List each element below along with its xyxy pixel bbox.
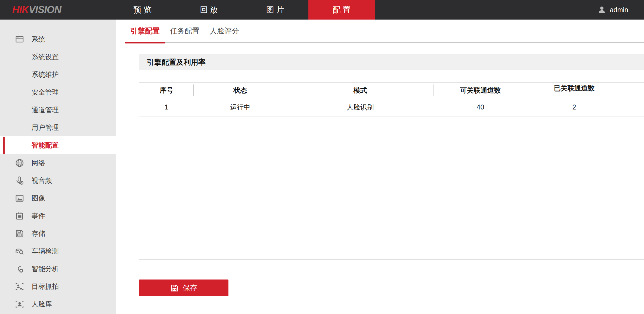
- sidebar-item-label: 安全管理: [32, 88, 59, 97]
- sidebar-item-audio-video[interactable]: 视音频: [0, 172, 116, 189]
- sidebar-item-label: 系统: [32, 35, 45, 44]
- cell-filler: [621, 98, 644, 116]
- tab-face-score[interactable]: 人脸评分: [205, 20, 244, 42]
- sidebar-item-vehicle-detection[interactable]: 车辆检测: [0, 242, 116, 260]
- save-icon: [170, 284, 179, 292]
- col-header-linked-channels-label: 已关联通道数: [554, 84, 595, 93]
- sidebar-item-system[interactable]: 系统: [0, 30, 116, 48]
- top-bar: HIKVISION 预 览 回 放 图 片 配 置 admin: [0, 0, 644, 20]
- nav-playback[interactable]: 回 放: [176, 0, 242, 20]
- nav-live-view[interactable]: 预 览: [109, 0, 176, 20]
- sidebar-item-label: 图像: [32, 194, 45, 203]
- main-nav: 预 览 回 放 图 片 配 置: [109, 0, 375, 20]
- sidebar-item-user-management[interactable]: 用户管理: [0, 119, 116, 136]
- col-header-mode: 模式: [287, 83, 434, 98]
- sidebar-item-label: 用户管理: [32, 123, 59, 132]
- audio-video-icon: [15, 176, 24, 186]
- sidebar-item-face-library[interactable]: 人脸库: [0, 295, 116, 313]
- sidebar-item-image[interactable]: 图像: [0, 189, 116, 207]
- sidebar-item-storage[interactable]: 存储: [0, 225, 116, 242]
- logo-vision: VISION: [29, 4, 61, 15]
- col-header-filler: [621, 83, 644, 98]
- sidebar-item-label: 存储: [32, 229, 45, 238]
- cell-mode: 人脸识别: [287, 98, 434, 116]
- smart-analysis-icon: [15, 264, 24, 274]
- sidebar-item-label: 目标抓拍: [32, 282, 59, 291]
- table-header-row: 序号 状态 模式 可关联通道数 已关联通道数: [139, 83, 644, 98]
- engine-table: 序号 状态 模式 可关联通道数 已关联通道数 1 运行中 人脸识别 40 2: [139, 82, 644, 260]
- hikvision-logo: HIKVISION: [12, 0, 61, 20]
- face-library-icon: [15, 299, 24, 309]
- user-icon: [597, 5, 606, 14]
- sidebar-item-label: 人脸库: [32, 300, 52, 309]
- sidebar-item-target-capture[interactable]: 目标抓拍: [0, 278, 116, 295]
- sidebar-item-label: 智能分析: [32, 264, 59, 273]
- sidebar-item-maintenance[interactable]: 系统维护: [0, 66, 116, 83]
- sidebar-item-label: 视音频: [32, 176, 52, 185]
- cell-index: 1: [139, 98, 194, 116]
- logo-hik: HIK: [12, 4, 29, 15]
- username: admin: [610, 6, 628, 14]
- tab-task-config[interactable]: 任务配置: [165, 20, 205, 42]
- sidebar-item-smart-config[interactable]: 智能配置: [0, 136, 116, 154]
- sidebar-item-security[interactable]: 安全管理: [0, 83, 116, 101]
- sidebar-item-system-settings[interactable]: 系统设置: [0, 48, 116, 66]
- sidebar-item-label: 智能配置: [32, 141, 59, 150]
- user-area: admin: [597, 0, 628, 20]
- sidebar-item-smart-analysis[interactable]: 智能分析: [0, 260, 116, 278]
- col-header-index: 序号: [139, 83, 194, 98]
- vehicle-detection-icon: [15, 246, 24, 256]
- cell-status: 运行中: [194, 98, 287, 116]
- col-header-status: 状态: [194, 83, 287, 98]
- sidebar-item-event[interactable]: 事件: [0, 207, 116, 225]
- col-header-linkable-channels: 可关联通道数: [434, 83, 527, 98]
- config-tabs: 引擎配置 任务配置 人脸评分: [125, 20, 644, 43]
- storage-icon: [15, 229, 24, 238]
- sidebar: 系统 系统设置 系统维护 安全管理 通道管理 用户管理 智能配置: [0, 20, 116, 314]
- col-header-linked-channels: 已关联通道数: [527, 83, 621, 98]
- sidebar-item-label: 事件: [32, 211, 45, 220]
- image-icon: [15, 193, 24, 203]
- system-window-icon: [15, 34, 24, 44]
- main-content: 引擎配置 任务配置 人脸评分 引擎配置及利用率 序号 状态 模式 可关联通道数 …: [116, 20, 644, 314]
- target-capture-icon: [15, 282, 24, 291]
- sidebar-item-label: 车辆检测: [32, 247, 59, 256]
- save-button-label: 保存: [183, 283, 197, 293]
- save-button[interactable]: 保存: [139, 280, 228, 296]
- table-row[interactable]: 1 运行中 人脸识别 40 2: [139, 98, 644, 117]
- section-title: 引擎配置及利用率: [139, 54, 644, 70]
- cell-linkable-channels: 40: [434, 98, 527, 116]
- sidebar-item-label: 网络: [32, 158, 45, 167]
- tab-engine-config[interactable]: 引擎配置: [125, 20, 165, 42]
- sidebar-item-label: 通道管理: [32, 105, 59, 114]
- sidebar-item-label: 系统设置: [32, 52, 59, 61]
- cell-linked-channels: 2: [527, 98, 621, 116]
- event-icon: [15, 211, 24, 221]
- sidebar-item-network[interactable]: 网络: [0, 154, 116, 172]
- sidebar-item-channel-management[interactable]: 通道管理: [0, 101, 116, 119]
- nav-configuration[interactable]: 配 置: [308, 0, 375, 20]
- nav-picture[interactable]: 图 片: [242, 0, 308, 20]
- sidebar-item-label: 系统维护: [32, 70, 59, 79]
- network-globe-icon: [15, 158, 24, 168]
